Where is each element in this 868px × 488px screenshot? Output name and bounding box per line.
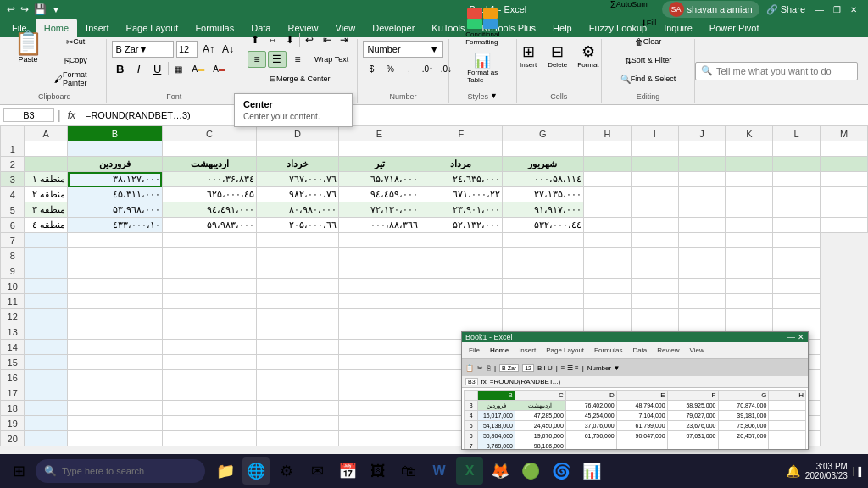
indent-increase-btn[interactable]: ⇥ — [337, 31, 352, 48]
comma-btn[interactable]: , — [400, 60, 417, 77]
cell-B5[interactable]: ۵۳،۹٦۸،۰۰۰ — [68, 202, 163, 218]
tab-formulas[interactable]: Formulas — [186, 19, 242, 37]
cell-K1[interactable] — [726, 141, 773, 157]
cell-D1[interactable] — [257, 141, 338, 157]
fill-btn[interactable]: ⬇ Fill — [607, 14, 689, 31]
row-header-5[interactable]: 5 — [1, 202, 25, 218]
cell-I4[interactable] — [631, 187, 678, 202]
taskbar-icon-green[interactable]: 🟢 — [517, 458, 544, 485]
cell-E2[interactable]: تیر — [338, 157, 420, 172]
help-search[interactable]: 🔍 — [695, 62, 858, 80]
cell-L3[interactable] — [773, 172, 821, 187]
quick-access-redo[interactable]: ↪ — [20, 3, 29, 15]
format-as-table-btn[interactable]: 📊 Format asTable — [461, 49, 504, 87]
col-header-G[interactable]: G — [502, 126, 583, 141]
col-header-C[interactable]: C — [162, 126, 257, 141]
cell-J4[interactable] — [678, 187, 726, 202]
align-top-btn[interactable]: ⬆ — [248, 31, 263, 48]
start-button[interactable]: ⊞ — [5, 458, 32, 485]
cell-I6[interactable] — [631, 218, 678, 233]
cell-reference[interactable]: B3 — [3, 108, 54, 122]
cell-D2[interactable]: خرداد — [257, 157, 338, 172]
cell-I1[interactable] — [631, 141, 678, 157]
cell-J2[interactable] — [678, 157, 726, 172]
cell-H3[interactable] — [584, 172, 632, 187]
cell-M5[interactable] — [821, 202, 868, 218]
tab-power-pivot[interactable]: Power Pivot — [701, 19, 768, 37]
taskbar-icon-word[interactable]: W — [426, 458, 453, 485]
taskbar-icon-chart[interactable]: 📊 — [578, 458, 605, 485]
taskbar-show-desktop[interactable]: ▐ — [853, 467, 863, 476]
col-header-B[interactable]: B — [68, 126, 163, 141]
cell-F3[interactable]: ۲٤،٦۳۵،۰۰۰ — [420, 172, 502, 187]
decimal-increase-btn[interactable]: .0↑ — [419, 60, 436, 77]
mini-minimize-btn[interactable]: — — [787, 333, 795, 341]
align-right-btn[interactable]: ≡ — [288, 51, 307, 68]
cell-L6[interactable] — [773, 218, 821, 233]
mini-tab-view[interactable]: View — [687, 346, 708, 355]
col-header-F[interactable]: F — [420, 126, 502, 141]
currency-btn[interactable]: $ — [363, 60, 380, 77]
text-direction-btn[interactable]: ↩ — [302, 31, 317, 48]
row-header-6[interactable]: 6 — [1, 218, 25, 233]
taskbar-icon-firefox[interactable]: 🦊 — [487, 458, 514, 485]
taskbar-icon-explorer[interactable]: 📁 — [212, 458, 239, 485]
tab-developer[interactable]: Developer — [364, 19, 423, 37]
conditional-formatting-btn[interactable]: ConditionalFormatting — [460, 5, 504, 49]
cell-M4[interactable] — [821, 187, 868, 202]
col-header-M[interactable]: M — [821, 126, 868, 141]
close-btn[interactable]: ✕ — [846, 2, 861, 17]
font-color-button[interactable]: A▬ — [209, 60, 229, 77]
mini-close-btn[interactable]: ✕ — [798, 333, 804, 341]
share-btn[interactable]: 🔗 Share — [766, 4, 805, 15]
taskbar-icon-photos[interactable]: 🖼 — [364, 458, 392, 485]
font-size-selector[interactable]: 12 — [176, 41, 198, 58]
quick-access-more[interactable]: ▼ — [52, 5, 60, 14]
cell-F2[interactable]: مرداد — [420, 157, 502, 172]
quick-access-save[interactable]: 💾 — [34, 3, 47, 15]
mini-tab-insert[interactable]: Insert — [515, 346, 539, 355]
col-header-E[interactable]: E — [338, 126, 420, 141]
mini-tab-page-layout[interactable]: Page Layout — [542, 346, 587, 355]
cell-A2[interactable] — [25, 157, 68, 172]
cell-C1[interactable] — [162, 141, 257, 157]
cell-G4[interactable]: ۲۷،۱۳۵،۰۰۰ — [502, 187, 583, 202]
sort-filter-btn[interactable]: ⇅ Sort & Filter — [607, 52, 689, 69]
cell-B3[interactable]: ۳۸،۱۲۷،۰۰۰ — [68, 172, 163, 187]
cell-D5[interactable]: ۸۰،۹۸۰،۰۰۰ — [257, 202, 338, 218]
align-middle-btn[interactable]: ↔ — [264, 31, 280, 48]
cell-A5[interactable]: منطقه ۳ — [25, 202, 68, 218]
cell-D3[interactable]: ۷٦،۷٦۷،۰۰۰ — [257, 172, 338, 187]
clear-btn[interactable]: 🗑 Clear — [607, 33, 689, 50]
cell-K3[interactable] — [726, 172, 773, 187]
cell-F1[interactable] — [420, 141, 502, 157]
minimize-btn[interactable]: — — [812, 2, 827, 17]
cell-M2[interactable] — [821, 157, 868, 172]
mini-tab-data[interactable]: Data — [629, 346, 650, 355]
fill-color-button[interactable]: A▬ — [189, 60, 209, 77]
help-search-input[interactable] — [716, 66, 852, 76]
row-header-1[interactable]: 1 — [1, 141, 25, 157]
mini-tab-review[interactable]: Review — [654, 346, 682, 355]
cell-L4[interactable] — [773, 187, 821, 202]
cell-K2[interactable] — [726, 157, 773, 172]
cell-M6[interactable] — [821, 218, 868, 233]
taskbar-icon-swirl[interactable]: 🌀 — [548, 458, 575, 485]
underline-button[interactable]: U — [149, 60, 166, 77]
col-header-D[interactable]: D — [257, 126, 338, 141]
align-left-btn[interactable]: ≡ — [248, 51, 266, 68]
cell-C2[interactable]: اردیبهشت — [162, 157, 257, 172]
taskbar-icon-mail[interactable]: ✉ — [303, 458, 331, 485]
cell-J5[interactable] — [678, 202, 726, 218]
italic-button[interactable]: I — [131, 60, 147, 77]
find-select-btn[interactable]: 🔍 Find & Select — [607, 70, 689, 87]
cell-E1[interactable] — [338, 141, 420, 157]
col-header-L[interactable]: L — [773, 126, 821, 141]
cell-H1[interactable] — [584, 141, 632, 157]
cell-B1[interactable] — [68, 141, 163, 157]
tab-page-layout[interactable]: Page Layout — [118, 19, 187, 37]
tab-help[interactable]: Help — [544, 19, 581, 37]
merge-center-btn[interactable]: ⊟ Merge & Center — [248, 70, 352, 87]
col-header-K[interactable]: K — [726, 126, 773, 141]
cell-L2[interactable] — [773, 157, 821, 172]
